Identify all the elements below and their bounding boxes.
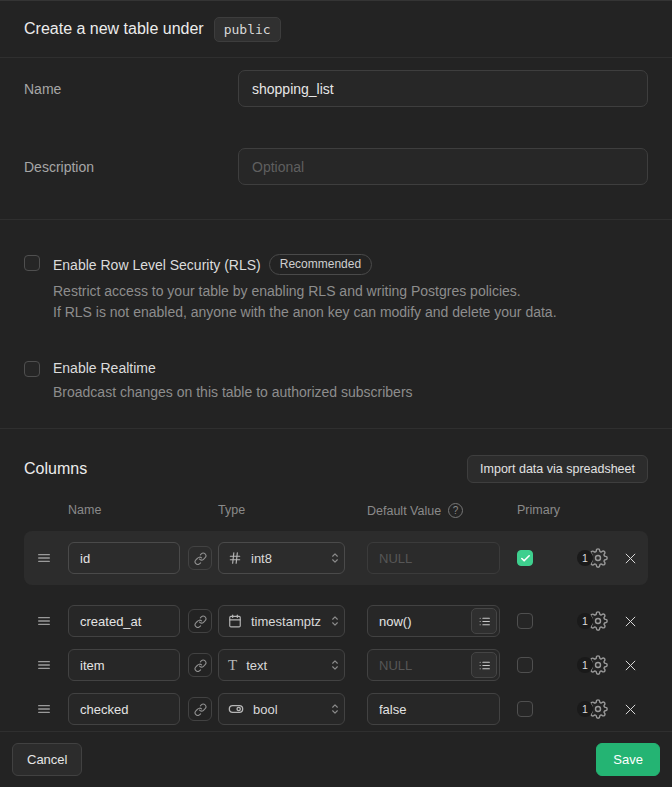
foreign-key-link-button[interactable]	[188, 546, 212, 570]
list-icon	[478, 659, 491, 672]
table-name-input[interactable]	[238, 70, 648, 107]
realtime-label: Enable Realtime	[53, 360, 156, 376]
rls-checkbox[interactable]	[24, 255, 40, 271]
help-icon[interactable]: ?	[448, 503, 463, 518]
column-settings-button[interactable]: 1	[577, 699, 608, 719]
realtime-description: Broadcast changes on this table to autho…	[53, 382, 413, 403]
check-icon	[520, 616, 531, 627]
name-label: Name	[24, 70, 238, 97]
description-field-row: Description	[24, 148, 648, 185]
settings-count-badge: 1	[577, 550, 593, 566]
check-icon	[520, 704, 531, 715]
foreign-key-link-button[interactable]	[188, 609, 212, 633]
column-settings-button[interactable]: 1	[577, 655, 608, 675]
default-suggestions-button[interactable]	[471, 652, 497, 678]
close-icon	[623, 551, 638, 566]
columns-table-header: Name Type Default Value ? Primary	[0, 503, 672, 519]
primary-checkbox[interactable]	[517, 701, 533, 717]
link-icon	[194, 659, 207, 672]
header-default-value: Default Value ?	[367, 503, 463, 518]
column-default-wrap	[367, 693, 500, 725]
column-type-select[interactable]: int8	[218, 542, 345, 574]
list-icon	[478, 615, 491, 628]
calendar-type-icon	[228, 614, 242, 628]
rls-texts: Enable Row Level Security (RLS) Recommen…	[53, 254, 557, 323]
column-row: T text 1	[0, 643, 672, 687]
realtime-option: Enable Realtime Broadcast changes on thi…	[24, 360, 648, 403]
chevron-up-down-icon	[328, 614, 342, 628]
column-type-label: bool	[253, 702, 278, 717]
realtime-checkbox[interactable]	[24, 361, 40, 377]
rls-label: Enable Row Level Security (RLS)	[53, 257, 261, 273]
settings-count-badge: 1	[577, 657, 593, 673]
column-default-wrap	[367, 542, 500, 574]
column-default-wrap	[367, 649, 500, 681]
column-type-select[interactable]: timestamptz	[218, 605, 345, 637]
chevron-up-down-icon	[328, 551, 342, 565]
column-type-label: timestamptz	[251, 614, 321, 629]
boolean-type-icon	[228, 701, 244, 717]
remove-column-button[interactable]	[623, 614, 638, 629]
column-default-input[interactable]	[367, 693, 500, 725]
column-row: timestamptz 1	[0, 599, 672, 643]
column-type-select[interactable]: bool	[218, 693, 345, 725]
drag-handle-icon[interactable]	[36, 657, 52, 673]
link-icon	[194, 703, 207, 716]
table-options-section: Enable Row Level Security (RLS) Recommen…	[0, 220, 672, 429]
panel-footer: Cancel Save	[0, 731, 672, 787]
column-name-input[interactable]	[68, 693, 180, 725]
settings-count-badge: 1	[577, 701, 593, 717]
columns-title: Columns	[24, 460, 87, 478]
remove-column-button[interactable]	[623, 702, 638, 717]
drag-handle-icon[interactable]	[36, 550, 52, 566]
description-label: Description	[24, 148, 238, 175]
cancel-button[interactable]: Cancel	[12, 743, 82, 776]
remove-column-button[interactable]	[623, 658, 638, 673]
header-primary: Primary	[517, 503, 560, 517]
column-row: bool 1	[0, 687, 672, 731]
columns-rows: int8 1	[0, 531, 672, 731]
column-settings-button[interactable]: 1	[577, 548, 608, 568]
int-type-icon	[228, 551, 242, 565]
column-name-input[interactable]	[68, 542, 180, 574]
close-icon	[623, 614, 638, 629]
foreign-key-link-button[interactable]	[188, 697, 212, 721]
link-icon	[194, 552, 207, 565]
schema-badge: public	[214, 17, 281, 42]
save-button[interactable]: Save	[596, 743, 660, 776]
check-icon	[520, 660, 531, 671]
table-details-section: Name Description	[0, 58, 672, 220]
link-icon	[194, 615, 207, 628]
primary-checkbox[interactable]	[517, 613, 533, 629]
create-table-panel: Create a new table under public Name Des…	[0, 0, 672, 787]
panel-title: Create a new table under	[24, 20, 204, 38]
rls-description: Restrict access to your table by enablin…	[53, 281, 557, 323]
chevron-up-down-icon	[328, 658, 342, 672]
drag-handle-icon[interactable]	[36, 613, 52, 629]
panel-header: Create a new table under public	[0, 1, 672, 58]
primary-checkbox[interactable]	[517, 550, 533, 566]
remove-column-button[interactable]	[623, 551, 638, 566]
column-name-input[interactable]	[68, 649, 180, 681]
import-spreadsheet-button[interactable]: Import data via spreadsheet	[467, 455, 648, 483]
column-name-input[interactable]	[68, 605, 180, 637]
header-name: Name	[68, 503, 101, 517]
realtime-texts: Enable Realtime Broadcast changes on thi…	[53, 360, 413, 403]
primary-checkbox[interactable]	[517, 657, 533, 673]
recommended-badge: Recommended	[269, 254, 372, 275]
foreign-key-link-button[interactable]	[188, 653, 212, 677]
column-type-select[interactable]: T text	[218, 649, 345, 681]
header-type: Type	[218, 503, 245, 517]
default-suggestions-button[interactable]	[471, 608, 497, 634]
rls-option: Enable Row Level Security (RLS) Recommen…	[24, 254, 648, 323]
name-field-row: Name	[24, 70, 648, 107]
column-default-input[interactable]	[367, 542, 500, 574]
check-icon	[520, 553, 531, 564]
text-type-icon: T	[228, 658, 237, 673]
column-settings-button[interactable]: 1	[577, 611, 608, 631]
drag-handle-icon[interactable]	[36, 701, 52, 717]
chevron-up-down-icon	[328, 702, 342, 716]
columns-section: Columns Import data via spreadsheet Name…	[0, 429, 672, 731]
table-description-input[interactable]	[238, 148, 648, 185]
column-default-wrap	[367, 605, 500, 637]
